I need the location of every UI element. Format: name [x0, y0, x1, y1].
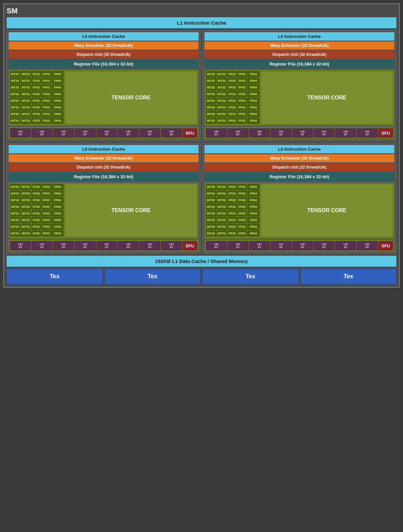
int32-unit: INT32: [206, 210, 216, 216]
fp32-unit: FP32: [42, 78, 51, 84]
fp32-unit: FP32: [32, 191, 41, 197]
int32-unit: INT32: [21, 217, 31, 223]
warp-scheduler-2: Warp Scheduler (32 thread/clk): [9, 154, 199, 162]
fp32-unit: FP32: [32, 230, 41, 236]
fp32-unit: FP32: [237, 230, 247, 236]
bottom-row-0: LD/ST LD/ST LD/ST LD/ST LD/ST LD/ST LD/S…: [9, 127, 199, 139]
ldst-unit: LD/ST: [335, 128, 356, 138]
ldst-unit: LD/ST: [227, 241, 248, 250]
int32-unit: INT32: [10, 217, 20, 223]
unit-row: INT32 INT32 FP32 FP32 FP64: [206, 184, 259, 190]
ldst-unit: LD/ST: [292, 128, 313, 138]
left-units-2: INT32 INT32 FP32 FP32 FP64 INT32 INT32 F…: [10, 184, 64, 237]
dispatch-unit-1: Dispatch Unit (32 thread/clk): [204, 51, 394, 59]
fp64-unit: FP64: [247, 217, 259, 223]
int32-unit: INT32: [217, 71, 227, 77]
compute-area-2: INT32 INT32 FP32 FP32 FP64 INT32 INT32 F…: [9, 183, 199, 238]
l0-cache-3: L0 Instruction Cache: [204, 145, 394, 153]
fp32-unit: FP32: [227, 204, 237, 210]
ldst-unit: LD/ST: [32, 241, 53, 250]
fp32-unit: FP32: [237, 204, 247, 210]
left-units-3: INT32 INT32 FP32 FP32 FP64 INT32 INT32 F…: [206, 184, 259, 237]
int32-unit: INT32: [217, 230, 227, 236]
tensor-core-0: TENSOR CORE: [65, 71, 197, 124]
fp64-unit: FP64: [52, 230, 64, 236]
sub-sm-1: L0 Instruction Cache Warp Scheduler (32 …: [202, 30, 396, 141]
fp32-unit: FP32: [42, 84, 51, 90]
unit-row: INT32 INT32 FP32 FP32 FP64: [10, 230, 64, 236]
tex-unit-0: Tex: [7, 269, 103, 284]
unit-row: INT32 INT32 FP32 FP32 FP64: [206, 217, 259, 223]
tex-unit-2: Tex: [202, 269, 299, 284]
l0-cache-0: L0 Instruction Cache: [9, 32, 199, 41]
fp32-unit: FP32: [227, 230, 237, 236]
fp32-unit: FP32: [32, 84, 41, 90]
fp64-unit: FP64: [52, 191, 64, 197]
unit-row: INT32 INT32 FP32 FP32 FP64: [206, 111, 259, 117]
int32-unit: INT32: [21, 98, 31, 104]
int32-unit: INT32: [217, 224, 227, 230]
fp64-unit: FP64: [52, 71, 64, 77]
int32-unit: INT32: [10, 191, 20, 197]
ldst-unit: LD/ST: [75, 128, 96, 138]
l1-data-cache: 192KB L1 Data Cache / Shared Memory: [7, 256, 396, 267]
int32-unit: INT32: [206, 78, 216, 84]
int32-unit: INT32: [217, 217, 227, 223]
fp32-unit: FP32: [32, 184, 41, 190]
fp32-unit: FP32: [237, 197, 247, 203]
unit-row: INT32 INT32 FP32 FP32 FP64: [10, 118, 64, 124]
fp32-unit: FP32: [227, 78, 237, 84]
ldst-unit: LD/ST: [32, 128, 53, 138]
bottom-row-2: LD/ST LD/ST LD/ST LD/ST LD/ST LD/ST LD/S…: [9, 240, 199, 252]
int32-unit: INT32: [21, 197, 31, 203]
fp64-unit: FP64: [52, 78, 64, 84]
fp32-unit: FP32: [32, 118, 41, 124]
fp32-unit: FP32: [227, 224, 237, 230]
ldst-unit: LD/ST: [227, 128, 248, 138]
int32-unit: INT32: [21, 224, 31, 230]
fp32-unit: FP32: [42, 111, 51, 117]
ldst-unit: LD/ST: [292, 241, 313, 250]
fp64-unit: FP64: [247, 230, 259, 236]
int32-unit: INT32: [21, 210, 31, 216]
fp64-unit: FP64: [52, 184, 64, 190]
fp32-unit: FP32: [227, 210, 237, 216]
fp64-unit: FP64: [247, 191, 259, 197]
int32-unit: INT32: [206, 71, 216, 77]
fp64-unit: FP64: [52, 98, 64, 104]
int32-unit: INT32: [206, 118, 216, 124]
ldst-unit: LD/ST: [139, 241, 160, 250]
fp32-unit: FP32: [237, 78, 247, 84]
fp32-unit: FP32: [237, 191, 247, 197]
l1-instruction-cache: L1 Instruction Cache: [7, 17, 396, 28]
ldst-unit: LD/ST: [96, 241, 117, 250]
int32-unit: INT32: [21, 230, 31, 236]
unit-row: INT32 INT32 FP32 FP32 FP64: [206, 71, 259, 77]
int32-unit: INT32: [206, 204, 216, 210]
fp32-unit: FP32: [227, 191, 237, 197]
int32-unit: INT32: [21, 204, 31, 210]
int32-unit: INT32: [21, 78, 31, 84]
int32-unit: INT32: [206, 224, 216, 230]
compute-area-3: INT32 INT32 FP32 FP32 FP64 INT32 INT32 F…: [204, 183, 394, 238]
sm-container: SM L1 Instruction Cache L0 Instruction C…: [3, 3, 400, 288]
int32-unit: INT32: [206, 191, 216, 197]
int32-unit: INT32: [206, 217, 216, 223]
l0-cache-2: L0 Instruction Cache: [9, 145, 199, 153]
int32-unit: INT32: [10, 230, 20, 236]
fp64-unit: FP64: [247, 104, 259, 110]
sfu-unit-0: SFU: [183, 128, 197, 138]
fp32-unit: FP32: [227, 217, 237, 223]
fp32-unit: FP32: [237, 71, 247, 77]
int32-unit: INT32: [10, 98, 20, 104]
fp64-unit: FP64: [52, 118, 64, 124]
fp64-unit: FP64: [247, 184, 259, 190]
ldst-unit: LD/ST: [96, 128, 117, 138]
unit-row: INT32 INT32 FP32 FP32 FP64: [206, 78, 259, 84]
unit-row: INT32 INT32 FP32 FP32 FP64: [10, 204, 64, 210]
ldst-unit: LD/ST: [357, 241, 378, 250]
ldst-unit: LD/ST: [357, 128, 378, 138]
register-file-1: Register File (16,384 x 32-bit): [204, 60, 394, 68]
fp32-unit: FP32: [32, 98, 41, 104]
dispatch-unit-3: Dispatch Unit (32 thread/clk): [204, 163, 394, 171]
